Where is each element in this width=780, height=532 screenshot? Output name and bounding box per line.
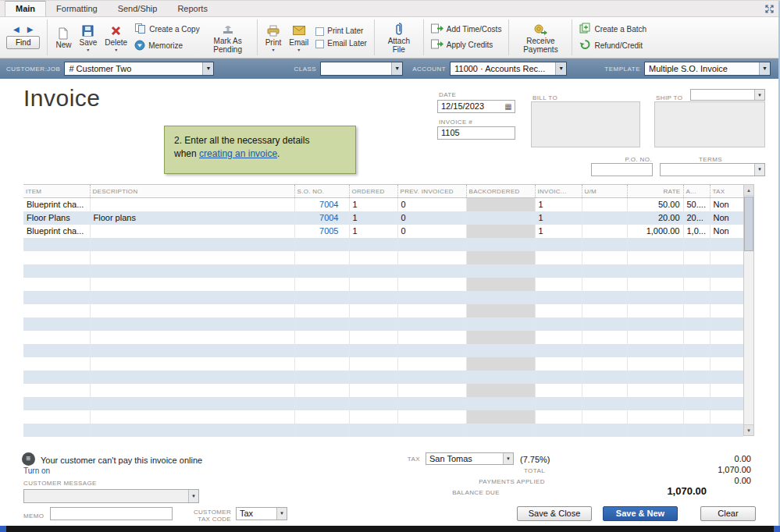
cell-ordered[interactable]	[349, 278, 397, 291]
cell-um[interactable]	[582, 278, 627, 291]
cell-amount[interactable]	[683, 291, 710, 304]
column-header-invoiced[interactable]: INVOIC...	[535, 185, 582, 198]
cell-item[interactable]	[23, 278, 90, 291]
cell-description[interactable]	[90, 384, 294, 397]
cell-tax[interactable]	[710, 397, 743, 410]
cell-so_no[interactable]	[294, 344, 349, 357]
cell-um[interactable]	[582, 304, 627, 317]
cell-tax[interactable]: Non	[710, 198, 743, 211]
create-batch-button[interactable]: Create a Batch	[579, 23, 646, 36]
cell-um[interactable]	[582, 225, 627, 238]
cell-um[interactable]	[582, 357, 627, 371]
cell-description[interactable]	[90, 357, 294, 371]
cell-rate[interactable]	[627, 357, 683, 371]
cell-tax[interactable]: Non	[710, 211, 743, 225]
customer-message-dropdown[interactable]: ▼	[23, 489, 199, 503]
cell-um[interactable]	[582, 317, 627, 331]
cell-ordered[interactable]: 1	[349, 211, 397, 225]
cell-rate[interactable]	[627, 397, 683, 410]
tab-formatting[interactable]: Formatting	[46, 2, 108, 16]
cell-backordered[interactable]	[466, 344, 535, 357]
cell-rate[interactable]	[627, 304, 683, 317]
cell-ordered[interactable]	[349, 357, 397, 371]
refund-credit-button[interactable]: Refund/Credit	[579, 39, 646, 52]
cell-tax[interactable]	[710, 291, 743, 304]
column-header-ordered[interactable]: ORDERED	[349, 185, 397, 198]
cell-item[interactable]: Floor Plans	[23, 211, 90, 225]
cell-um[interactable]	[582, 371, 627, 384]
cell-ordered[interactable]	[349, 410, 397, 424]
cell-um[interactable]	[582, 291, 627, 304]
cell-rate[interactable]	[627, 238, 683, 251]
caret-down-icon[interactable]: ▼	[188, 490, 198, 502]
cell-backordered[interactable]	[466, 424, 535, 437]
cell-prev_invoiced[interactable]: 0	[397, 225, 466, 238]
table-row[interactable]	[23, 424, 743, 437]
cell-description[interactable]	[90, 304, 294, 317]
table-row[interactable]	[23, 344, 743, 357]
cell-rate[interactable]	[627, 317, 683, 331]
cell-rate[interactable]: 20.00	[627, 211, 683, 225]
tax-dropdown[interactable]: San Tomas ▼	[426, 452, 514, 465]
cell-um[interactable]	[582, 384, 627, 397]
cell-description[interactable]	[90, 331, 294, 344]
cell-backordered[interactable]	[466, 384, 535, 397]
cell-backordered[interactable]	[466, 225, 535, 238]
cell-item[interactable]	[23, 238, 90, 251]
table-row[interactable]: Blueprint cha...700410150.0050....Non	[23, 198, 743, 211]
cell-invoiced[interactable]	[535, 371, 582, 384]
cell-invoiced[interactable]: 1	[535, 225, 582, 238]
cell-backordered[interactable]	[466, 410, 535, 424]
apply-credits-button[interactable]: Apply Credits	[431, 39, 502, 51]
cell-item[interactable]	[23, 424, 90, 437]
invoice-number-field[interactable]: 1105	[437, 126, 515, 140]
turn-on-link[interactable]: Turn on	[23, 466, 50, 475]
memo-field[interactable]	[50, 507, 173, 520]
cell-prev_invoiced[interactable]	[397, 317, 466, 331]
cell-item[interactable]	[23, 357, 90, 371]
cell-backordered[interactable]	[466, 331, 535, 344]
scroll-up-button[interactable]: ▲	[744, 185, 753, 196]
tab-main[interactable]: Main	[5, 0, 46, 16]
cell-amount[interactable]	[683, 397, 710, 410]
cell-rate[interactable]	[627, 291, 683, 304]
cell-so_no[interactable]	[294, 410, 349, 424]
column-header-um[interactable]: U/M	[582, 185, 627, 198]
receive-payments-button[interactable]: Receive Payments	[513, 21, 568, 55]
cell-rate[interactable]: 1,000.00	[627, 225, 683, 238]
column-header-prev_invoiced[interactable]: PREV. INVOICED	[397, 185, 466, 198]
cell-ordered[interactable]	[349, 384, 397, 397]
cell-prev_invoiced[interactable]: 0	[397, 198, 466, 211]
cell-backordered[interactable]	[466, 238, 535, 251]
cell-description[interactable]	[90, 371, 294, 384]
cell-so_no[interactable]: 7004	[294, 211, 349, 225]
cell-so_no[interactable]	[294, 424, 349, 437]
cell-description[interactable]	[90, 344, 294, 357]
email-later-checkbox[interactable]	[315, 40, 324, 48]
cell-um[interactable]	[582, 238, 627, 251]
tab-reports[interactable]: Reports	[167, 2, 218, 16]
cell-um[interactable]	[582, 410, 627, 424]
column-header-rate[interactable]: RATE	[627, 185, 683, 198]
cell-ordered[interactable]	[349, 291, 397, 304]
find-button[interactable]: Find	[6, 36, 40, 49]
cell-amount[interactable]	[683, 304, 710, 317]
cell-amount[interactable]	[683, 357, 710, 371]
cell-ordered[interactable]	[349, 304, 397, 317]
cell-um[interactable]	[582, 251, 627, 264]
cell-ordered[interactable]	[349, 317, 397, 331]
cell-tax[interactable]	[710, 384, 743, 397]
cell-tax[interactable]	[710, 238, 743, 251]
cell-prev_invoiced[interactable]	[397, 264, 466, 278]
cell-um[interactable]	[582, 344, 627, 357]
cell-item[interactable]: Blueprint cha...	[23, 225, 90, 238]
clear-button[interactable]: Clear	[700, 506, 756, 521]
cell-tax[interactable]	[710, 251, 743, 264]
cell-tax[interactable]	[710, 317, 743, 331]
cell-so_no[interactable]	[294, 371, 349, 384]
cell-description[interactable]	[90, 238, 294, 251]
cell-invoiced[interactable]: 1	[535, 198, 582, 211]
save-close-button[interactable]: Save & Close	[517, 506, 592, 521]
collapse-ribbon-icon[interactable]	[765, 5, 774, 13]
date-field[interactable]: 12/15/2023 ▦	[437, 100, 515, 113]
